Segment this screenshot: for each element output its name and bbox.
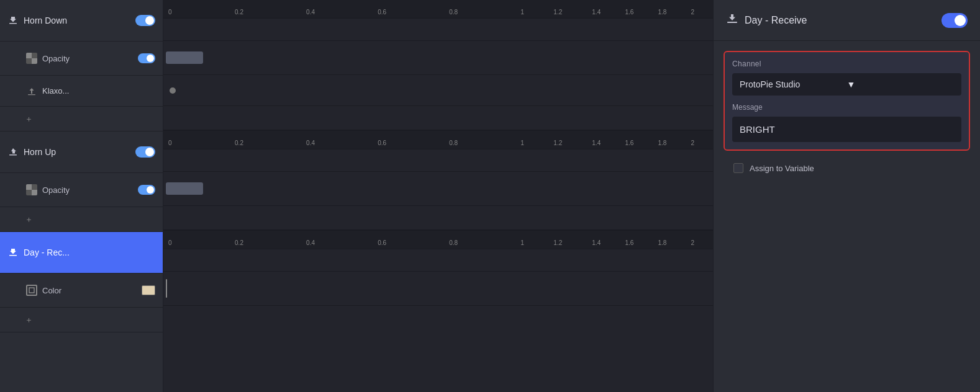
right-toggle[interactable]	[941, 13, 968, 28]
right-content: Channel ProtoPie Studio ▼ Message BRIGHT…	[714, 41, 980, 188]
svg-rect-1	[28, 94, 35, 95]
track-opacity-2	[163, 172, 713, 206]
opacity-label-2: Opacity	[42, 185, 133, 195]
assign-label: Assign to Variable	[750, 164, 814, 173]
color-swatch[interactable]	[142, 285, 155, 295]
ruler-label-18: 1.8	[658, 9, 667, 16]
ruler-label-1: 1	[520, 9, 524, 16]
ruler-1: 0 0.2 0.4 0.6 0.8 1 1.2 1.4 1.6 1.8 2	[163, 0, 713, 19]
right-title: Day - Receive	[745, 15, 935, 26]
section-header-day-rec[interactable]: Day - Rec...	[0, 232, 163, 273]
channel-dropdown[interactable]: ProtoPie Studio ▼	[732, 73, 961, 96]
channel-section: Channel ProtoPie Studio ▼ Message BRIGHT	[724, 51, 970, 151]
left-panel: Horn Down Opacity Klaxo... ＋	[0, 0, 163, 392]
chevron-down-icon: ▼	[847, 79, 955, 89]
track-horn-down	[163, 19, 713, 40]
message-value: BRIGHT	[740, 124, 775, 135]
ruler-label-12: 1.2	[553, 9, 562, 16]
klaxo-row: Klaxo...	[0, 75, 163, 106]
ruler-3: 0 0.2 0.4 0.6 0.8 1 1.2 1.4 1.6 1.8 2	[163, 231, 713, 249]
section-horn-up: Horn Up Opacity ＋	[0, 131, 163, 232]
ruler-label-02: 0.2	[235, 9, 243, 16]
track-opacity-1	[163, 41, 713, 75]
klaxo-label: Klaxo...	[42, 86, 69, 96]
plus-icon-1: ＋	[25, 114, 33, 125]
channel-value: ProtoPie Studio	[740, 79, 847, 89]
frame-icon	[26, 285, 37, 296]
color-label: Color	[42, 286, 137, 295]
track-color	[163, 272, 713, 306]
cursor-bar	[166, 279, 167, 298]
track-spacer-3	[163, 306, 713, 331]
opacity-toggle-2[interactable]	[138, 185, 155, 195]
plus-icon-3: ＋	[25, 314, 33, 326]
track-horn-up	[163, 149, 713, 172]
klaxo-icon	[26, 86, 37, 97]
timeline-area: 0 0.2 0.4 0.6 0.8 1 1.2 1.4 1.6 1.8 2 0 …	[163, 0, 713, 392]
assign-checkbox[interactable]	[733, 163, 743, 173]
add-button-1[interactable]: ＋	[0, 106, 163, 131]
ruler-2: 0 0.2 0.4 0.6 0.8 1 1.2 1.4 1.6 1.8 2	[163, 131, 713, 149]
section-header-horn-down[interactable]: Horn Down	[0, 0, 163, 41]
svg-rect-2	[9, 154, 17, 156]
svg-rect-5	[727, 22, 737, 23]
ruler-label-0: 0	[168, 9, 172, 16]
opacity-row-2: Opacity	[0, 172, 163, 207]
track-day-rec	[163, 249, 713, 272]
color-row: Color	[0, 273, 163, 307]
receive-header-icon	[726, 12, 738, 28]
opacity-label-1: Opacity	[42, 54, 133, 63]
track-spacer-2	[163, 206, 713, 231]
horn-down-toggle[interactable]	[135, 15, 155, 26]
message-label: Message	[732, 103, 961, 112]
checker-icon-2	[26, 184, 37, 195]
horn-up-label: Horn Up	[24, 147, 130, 157]
channel-label: Channel	[732, 60, 961, 68]
svg-rect-4	[29, 288, 34, 293]
ruler-label-04: 0.4	[306, 9, 315, 16]
right-panel: Day - Receive Channel ProtoPie Studio ▼ …	[713, 0, 980, 392]
opacity-row-1: Opacity	[0, 41, 163, 75]
add-button-2[interactable]: ＋	[0, 207, 163, 231]
horn-up-toggle[interactable]	[135, 146, 155, 158]
svg-rect-0	[9, 23, 17, 24]
message-field[interactable]: BRIGHT	[732, 117, 961, 142]
section-header-horn-up[interactable]: Horn Up	[0, 131, 163, 172]
ruler-label-06: 0.6	[378, 9, 386, 16]
receive-icon	[7, 247, 19, 258]
track-spacer-1	[163, 106, 713, 131]
keyframe-opacity-2	[166, 182, 203, 195]
add-button-3[interactable]: ＋	[0, 307, 163, 332]
assign-row: Assign to Variable	[724, 158, 970, 178]
right-header: Day - Receive	[714, 0, 980, 41]
upload-icon	[7, 146, 19, 158]
section-day-rec: Day - Rec... Color ＋	[0, 232, 163, 332]
keyframe-dot-klaxo	[170, 87, 176, 94]
keyframe-opacity-1	[166, 51, 203, 64]
ruler-label-16: 1.6	[625, 9, 633, 16]
ruler-label-2: 2	[691, 9, 695, 16]
section-horn-down: Horn Down Opacity Klaxo... ＋	[0, 0, 163, 131]
svg-rect-3	[9, 255, 17, 256]
ruler-label-14: 1.4	[592, 9, 601, 16]
plus-icon-2: ＋	[25, 214, 33, 225]
day-rec-label: Day - Rec...	[24, 247, 155, 257]
checker-icon-1	[26, 53, 37, 64]
timeline-section-horn-down: 0 0.2 0.4 0.6 0.8 1 1.2 1.4 1.6 1.8 2	[163, 0, 713, 41]
horn-down-label: Horn Down	[24, 16, 130, 25]
ruler-label-08: 0.8	[449, 9, 458, 16]
track-klaxo	[163, 75, 713, 106]
opacity-toggle-1[interactable]	[138, 53, 155, 63]
download-icon	[7, 15, 19, 26]
